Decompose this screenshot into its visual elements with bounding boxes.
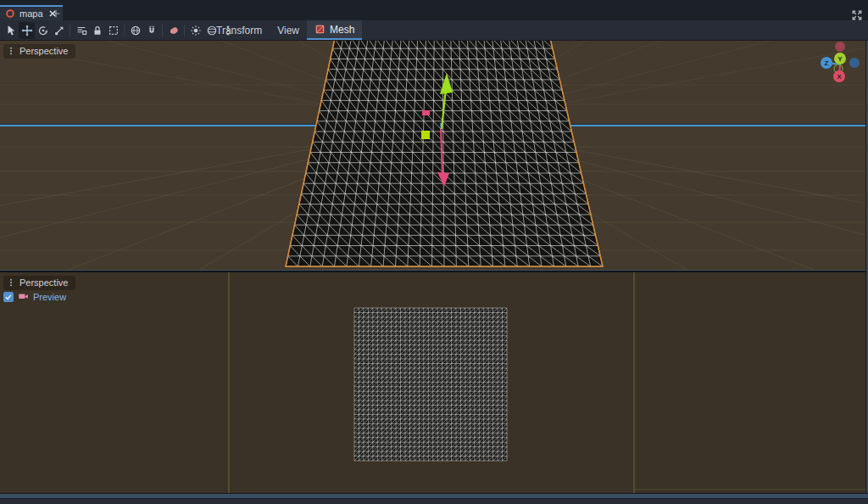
- viewport-bottom-menu[interactable]: Perspective: [3, 276, 75, 290]
- toolbar-menus: TransformViewMesh: [209, 20, 362, 40]
- svg-text:Y: Y: [837, 55, 843, 63]
- plus-icon: [50, 8, 62, 20]
- view-menu-label: View: [277, 25, 299, 36]
- axis-neg-x: [835, 42, 845, 52]
- toggle-expanded-view-button[interactable]: [850, 8, 864, 22]
- gizmo-plane-handle-y: [421, 131, 430, 139]
- rotate-mode-button[interactable]: [35, 22, 51, 39]
- toolbar-separator: [184, 25, 185, 36]
- viewport-top-scene: [0, 41, 868, 270]
- cursor-icon: [5, 25, 17, 36]
- check-icon: [4, 293, 13, 301]
- group-icon: [108, 25, 120, 36]
- selection-list-button[interactable]: [73, 22, 89, 39]
- viewport-bottom[interactable]: Perspective Preview: [0, 272, 868, 493]
- viewport-top[interactable]: Perspective ZXY: [0, 41, 868, 270]
- mesh-tool-button[interactable]: [165, 22, 181, 39]
- gizmo-plane-handle-x: [422, 110, 430, 115]
- camera-preview-row: Preview: [3, 291, 66, 302]
- viewport-bottom-scene: [0, 272, 868, 493]
- bottom-panel-edge[interactable]: [0, 493, 868, 504]
- magnet-icon: [146, 25, 158, 36]
- scale-mode-button[interactable]: [51, 22, 67, 39]
- lock-icon: [92, 25, 103, 36]
- toolbar-separator: [70, 25, 70, 36]
- preview-checkbox[interactable]: [3, 292, 14, 302]
- rotate-icon: [37, 25, 49, 36]
- view-menu-button[interactable]: View: [270, 20, 307, 40]
- blob-icon: [168, 25, 180, 36]
- list-icon: [75, 25, 87, 36]
- sun-icon: [190, 25, 202, 36]
- viewport-top-menu[interactable]: Perspective: [3, 44, 75, 59]
- viewport-menu-dots-icon: [6, 277, 16, 288]
- mesh-menu-label: Mesh: [330, 24, 354, 36]
- axis-neg-z: [849, 58, 860, 68]
- scene-icon: [4, 8, 16, 20]
- mesh-menu-button[interactable]: Mesh: [307, 20, 362, 40]
- move-mode-button[interactable]: [19, 22, 35, 39]
- use-local-space-button[interactable]: [127, 22, 143, 39]
- use-snap-button[interactable]: [143, 22, 159, 39]
- viewport-top-label: Perspective: [19, 46, 68, 56]
- svg-text:Z: Z: [825, 59, 829, 67]
- svg-text:X: X: [837, 73, 842, 81]
- transform-menu-button[interactable]: Transform: [209, 20, 270, 40]
- transform-menu-label: Transform: [216, 25, 262, 36]
- toolbar-separator: [162, 25, 163, 36]
- preview-sunlight-button[interactable]: [187, 22, 203, 39]
- expand-icon: [851, 9, 863, 21]
- group-selected-button[interactable]: [105, 22, 121, 39]
- viewport-menu-dots-icon: [6, 46, 16, 56]
- add-scene-tab-button[interactable]: [49, 7, 63, 20]
- preview-label: Preview: [33, 292, 66, 302]
- tool-button-group: [3, 22, 236, 39]
- select-mode-button[interactable]: [3, 22, 19, 39]
- scene-tab-bar: mapa: [0, 0, 868, 20]
- globe-icon: [130, 25, 142, 36]
- axis-gizmo-graphic: ZXY: [816, 41, 865, 88]
- axis-navigation-gizmo[interactable]: ZXY: [816, 41, 865, 88]
- lock-selected-button[interactable]: [89, 22, 105, 39]
- viewport-bottom-label: Perspective: [19, 277, 68, 288]
- mesh-red-icon: [314, 24, 326, 35]
- spatial-editor-toolbar: TransformViewMesh: [0, 20, 868, 41]
- move-icon: [21, 25, 33, 36]
- camera-icon: [18, 291, 29, 302]
- scale-icon: [53, 25, 65, 36]
- scene-tab-label: mapa: [19, 9, 43, 19]
- toolbar-separator: [124, 25, 125, 36]
